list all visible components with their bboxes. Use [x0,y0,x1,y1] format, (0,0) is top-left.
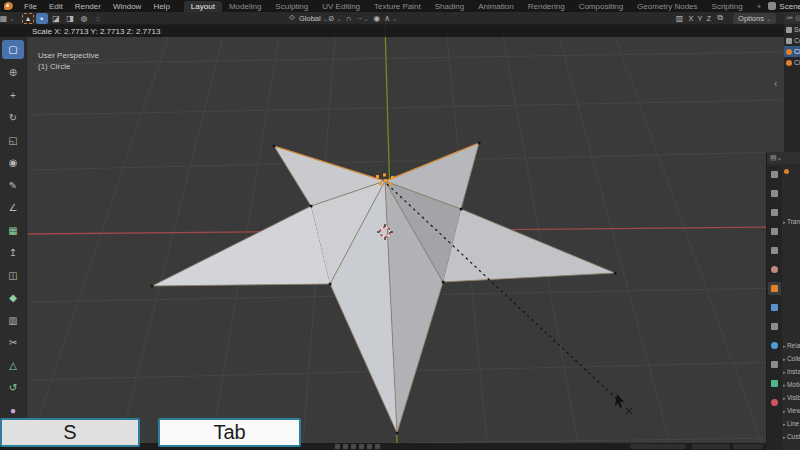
jump-to-start-icon[interactable] [335,444,340,449]
active-tool-icon[interactable]: ▴ [22,13,34,24]
panel-line-art[interactable]: Line Art [783,420,800,427]
properties-tab-object[interactable] [768,282,781,295]
blender-logo-icon[interactable] [4,2,13,10]
snap-target-dropdown[interactable]: ∙∙ [357,13,369,24]
orientation-value: Global [299,14,328,23]
menu-file[interactable]: File [18,2,43,11]
panel-relations[interactable]: Relations [783,342,800,349]
snap-magnet-icon[interactable]: ∩ [343,13,355,24]
select-mode-face-button[interactable]: ◨ [64,13,76,24]
properties-tab-modifiers[interactable] [768,301,781,314]
properties-editor-icon[interactable]: ▤⌄ [770,154,782,162]
panel-instancing[interactable]: Instancing [783,368,800,375]
tool-add-cube[interactable]: ▦ [2,221,24,240]
frame-end-field[interactable] [733,444,763,449]
properties-tab-render[interactable] [768,187,781,200]
viewport-3d[interactable] [0,0,800,450]
properties-tab-tool[interactable] [768,168,781,181]
properties-tab-particles[interactable] [768,320,781,333]
select-mode-edge-button[interactable]: ◪ [50,13,62,24]
filter-icon[interactable]: ≔ [786,14,793,22]
tab-compositing[interactable]: Compositing [572,1,630,12]
properties-tab-physics[interactable] [768,339,781,352]
viewport-shading-icon[interactable]: ◍ [78,13,90,24]
pivot-point-dropdown[interactable]: ⊘ [329,13,341,24]
tool-extrude-region[interactable]: ↥ [2,243,24,262]
orientation-dropdown[interactable]: ⟐ Global [285,13,328,24]
properties-tab-material[interactable] [768,396,781,409]
tool-cursor[interactable]: ⊕ [2,63,24,82]
select-mode-vertex-button[interactable]: ▪ [36,13,48,24]
menu-help[interactable]: Help [147,2,175,11]
tab-animation[interactable]: Animation [471,1,521,12]
menu-window[interactable]: Window [107,2,147,11]
tool-spin[interactable]: ↺ [2,378,24,397]
tab-rendering[interactable]: Rendering [521,1,572,12]
panel-motion-paths[interactable]: Motion Paths [783,381,800,388]
jump-to-end-icon[interactable] [375,444,380,449]
tab-sculpting[interactable]: Sculpting [268,1,315,12]
prev-keyframe-icon[interactable] [343,444,348,449]
tool-rotate[interactable]: ↻ [2,108,24,127]
tab-layout[interactable]: Layout [184,1,222,12]
mirror-z-button[interactable]: Z [705,14,714,23]
mirror-icon[interactable]: ▥ [673,13,685,24]
tool-transform[interactable]: ◉ [2,153,24,172]
properties-tab-data[interactable] [768,377,781,390]
tool-annotate[interactable]: ✎ [2,176,24,195]
tool-bevel[interactable]: ◆ [2,288,24,307]
proportional-editing-icon[interactable]: ◉ [371,13,383,24]
sidebar-collapse-arrow[interactable]: ‹ [774,78,777,89]
panel-transform[interactable]: Transform [783,218,800,225]
play-reverse-icon[interactable] [351,444,356,449]
tab-geometry-nodes[interactable]: Geometry Nodes [630,1,704,12]
snapping-extra-icon[interactable]: ⧉ [714,13,726,24]
panel-collections[interactable]: Collections [783,355,800,362]
tool-select-box[interactable]: ▢ [2,40,24,59]
mirror-x-button[interactable]: X [686,14,695,23]
menu-edit[interactable]: Edit [43,2,69,11]
properties-tab-scene[interactable] [768,244,781,257]
panel-custom-properties[interactable]: Custom Properties [783,433,800,440]
outliner-row-circle-data[interactable]: Circle [784,57,800,68]
tab-uv-editing[interactable]: UV Editing [315,1,367,12]
properties-tab-constraints[interactable] [768,358,781,371]
view-perspective-label: User Perspective [38,50,99,61]
tab-shading[interactable]: Shading [428,1,471,12]
falloff-dropdown[interactable]: ∧ [385,13,397,24]
outliner-row-scene-collection[interactable]: Scene Collection [784,24,800,35]
play-icon[interactable] [359,444,364,449]
overlay-toggle-icon[interactable]: ◌ [92,13,104,24]
properties-tab-world[interactable] [768,263,781,276]
add-workspace-button[interactable]: + [750,1,769,12]
tool-scale[interactable]: ◱ [2,131,24,150]
tool-move[interactable]: + [2,86,24,105]
search-icon[interactable]: ◎ [795,14,800,22]
outliner-row-collection[interactable]: Collection [784,35,800,46]
tool-measure[interactable]: ∠ [2,198,24,217]
mirror-buttons: ▥ X Y Z ⧉ Options [672,13,784,24]
menu-render[interactable]: Render [69,2,107,11]
playback-controls[interactable] [335,444,420,449]
mirror-y-button[interactable]: Y [696,14,705,23]
frame-current-field[interactable] [630,444,686,449]
frame-start-field[interactable] [692,444,730,449]
panel-viewport-display[interactable]: Viewport Display [783,407,800,414]
tab-modeling[interactable]: Modeling [222,1,268,12]
editor-type-icon[interactable]: ▦ [1,13,13,24]
properties-tab-view-layer[interactable] [768,225,781,238]
options-dropdown[interactable]: Options [733,13,776,24]
tool-poly-build[interactable]: △ [2,356,24,375]
blender-window: File Edit Render Window Help Layout Mode… [0,0,800,450]
tool-inset-faces[interactable]: ◫ [2,266,24,285]
tool-knife[interactable]: ✂ [2,333,24,352]
panel-visibility[interactable]: Visibility [783,394,800,401]
properties-tab-output[interactable] [768,206,781,219]
scene-name: Scene [779,2,800,11]
tab-scripting[interactable]: Scripting [705,1,750,12]
tool-loop-cut[interactable]: ▥ [2,311,24,330]
tab-texture-paint[interactable]: Texture Paint [367,1,428,12]
next-keyframe-icon[interactable] [367,444,372,449]
scene-selector[interactable]: Scene [768,2,800,11]
outliner-row-circle[interactable]: Circle [784,46,800,57]
